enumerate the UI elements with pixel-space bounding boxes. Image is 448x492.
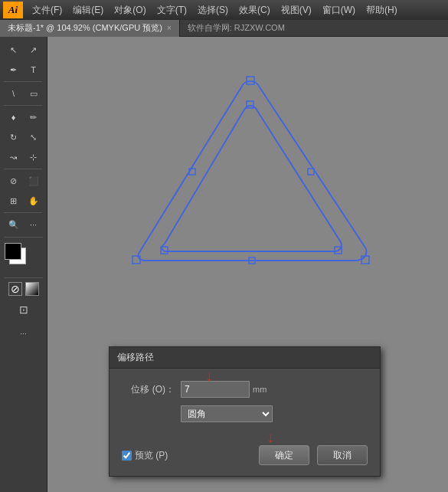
ai-logo: Ai bbox=[3, 2, 23, 18]
warp-tool[interactable]: ↝ bbox=[4, 147, 24, 167]
pencil-tool[interactable]: ✏ bbox=[24, 107, 44, 127]
menu-item-v[interactable]: 视图(V) bbox=[276, 2, 316, 18]
menu-item-e[interactable]: 编辑(E) bbox=[68, 2, 108, 18]
line-tool[interactable]: \ bbox=[4, 84, 24, 103]
offset-unit: mm bbox=[253, 385, 267, 394]
cancel-button[interactable]: 取消 bbox=[317, 445, 368, 465]
more-tools-button[interactable]: ··· bbox=[14, 323, 34, 343]
tool-row-8: ↻⤡ bbox=[4, 127, 44, 147]
tool-row-0: ↖↗ bbox=[4, 40, 44, 60]
main-layout: ↖↗✒T\▭♦✏↻⤡↝⊹⊘⬛⊞✋🔍··· ⊘ ⊡ ··· bbox=[0, 37, 448, 492]
tool-row-12: ⊘⬛ bbox=[4, 171, 44, 191]
direct-selection-tool[interactable]: ↗ bbox=[24, 40, 44, 60]
toolbar-tools: ↖↗✒T\▭♦✏↻⤡↝⊹⊘⬛⊞✋🔍··· bbox=[4, 40, 44, 235]
preview-checkbox[interactable] bbox=[122, 451, 132, 461]
tool-row-16: 🔍··· bbox=[4, 215, 44, 235]
more-tools-area: ··· bbox=[14, 323, 34, 343]
menu-item-o[interactable]: 对象(O) bbox=[110, 2, 150, 18]
scale-tool[interactable]: ⤡ bbox=[24, 127, 44, 147]
tab-bar: 未标题-1* @ 104.92% (CMYK/GPU 预览) × 软件自学网: … bbox=[0, 20, 448, 37]
tab-website: 软件自学网: RJZXW.COM bbox=[180, 22, 293, 34]
selection-tool[interactable]: ↖ bbox=[4, 40, 24, 60]
rectangle-tool[interactable]: ▭ bbox=[24, 84, 44, 103]
toolbar-sep-10 bbox=[4, 169, 42, 169]
toolbar-separator bbox=[5, 237, 43, 238]
ok-button-wrapper: 确定 ↓ bbox=[259, 445, 309, 465]
draw-mode-icon[interactable]: ⊡ bbox=[14, 300, 34, 320]
artboard-tool[interactable]: ⊞ bbox=[4, 191, 24, 211]
tool-row-4: \▭ bbox=[4, 84, 44, 103]
tab-title: 未标题-1* @ 104.92% (CMYK/GPU 预览) bbox=[8, 22, 162, 34]
menu-bar: 文件(F)编辑(E)对象(O)文字(T)选择(S)效果(C)视图(V)窗口(W)… bbox=[28, 2, 402, 18]
small-icons-row: ⊘ bbox=[8, 282, 39, 296]
join-row: 圆角 尖角 斜切 bbox=[125, 405, 365, 422]
bar-graph-tool[interactable]: ⬛ bbox=[24, 171, 44, 191]
preview-label[interactable]: 预览 (P) bbox=[135, 449, 168, 462]
gradient-icon[interactable] bbox=[25, 282, 39, 296]
triangle-svg bbox=[113, 67, 388, 267]
offset-row: 位移 (O)： mm bbox=[125, 381, 365, 398]
dialog-title: 偏移路径 bbox=[110, 347, 380, 369]
color-swatches bbox=[5, 243, 43, 275]
free-transform-tool[interactable]: ⊹ bbox=[24, 147, 44, 167]
menu-item-f[interactable]: 文件(F) bbox=[28, 2, 67, 18]
active-tab[interactable]: 未标题-1* @ 104.92% (CMYK/GPU 预览) × bbox=[0, 20, 180, 37]
dialog-body: 位移 (O)： mm ↓ 圆角 尖角 斜切 bbox=[110, 369, 380, 441]
menu-item-w[interactable]: 窗口(W) bbox=[318, 2, 360, 18]
menu-item-h[interactable]: 帮助(H) bbox=[361, 2, 402, 18]
offset-path-dialog: 偏移路径 位移 (O)： mm ↓ 圆角 bbox=[109, 346, 381, 477]
more-tool[interactable]: ··· bbox=[24, 215, 44, 235]
rotate-tool[interactable]: ↻ bbox=[4, 127, 24, 147]
paintbrush-tool[interactable]: ♦ bbox=[4, 107, 24, 127]
preview-checkbox-area: 预览 (P) bbox=[122, 449, 168, 462]
menu-item-t[interactable]: 文字(T) bbox=[152, 2, 191, 18]
dialog-footer: 预览 (P) 确定 ↓ 取消 bbox=[110, 441, 380, 476]
offset-label: 位移 (O)： bbox=[125, 383, 175, 396]
left-toolbar: ↖↗✒T\▭♦✏↻⤡↝⊹⊘⬛⊞✋🔍··· ⊘ ⊡ ··· bbox=[0, 37, 47, 492]
toolbar-sep-4 bbox=[4, 105, 42, 106]
none-icon[interactable]: ⊘ bbox=[8, 282, 22, 296]
tool-row-14: ⊞✋ bbox=[4, 191, 44, 211]
eyedropper-tool[interactable]: ⊘ bbox=[4, 171, 24, 191]
toolbar-separator-2 bbox=[5, 277, 43, 278]
toolbar-sep-14 bbox=[4, 212, 42, 213]
triangle-container bbox=[113, 67, 388, 267]
zoom-tool[interactable]: 🔍 bbox=[4, 215, 24, 235]
toolbar-sep-2 bbox=[4, 81, 42, 82]
menu-item-s[interactable]: 选择(S) bbox=[193, 2, 233, 18]
menu-item-c[interactable]: 效果(C) bbox=[234, 2, 275, 18]
type-tool[interactable]: T bbox=[24, 60, 44, 80]
foreground-color-swatch[interactable] bbox=[5, 243, 21, 260]
pen-tool[interactable]: ✒ bbox=[4, 60, 24, 80]
tool-row-6: ♦✏ bbox=[4, 107, 44, 127]
tool-row-2: ✒T bbox=[4, 60, 44, 80]
screen-mode-area: ⊡ bbox=[14, 300, 34, 320]
tool-row-10: ↝⊹ bbox=[4, 147, 44, 167]
hand-tool[interactable]: ✋ bbox=[24, 191, 44, 211]
join-select[interactable]: 圆角 尖角 斜切 bbox=[181, 405, 273, 422]
tab-close-button[interactable]: × bbox=[167, 24, 172, 32]
canvas-area: 偏移路径 位移 (O)： mm ↓ 圆角 bbox=[47, 37, 448, 492]
offset-input[interactable] bbox=[181, 381, 250, 398]
title-bar: Ai 文件(F)编辑(E)对象(O)文字(T)选择(S)效果(C)视图(V)窗口… bbox=[0, 0, 448, 20]
ok-button[interactable]: 确定 bbox=[259, 445, 309, 465]
